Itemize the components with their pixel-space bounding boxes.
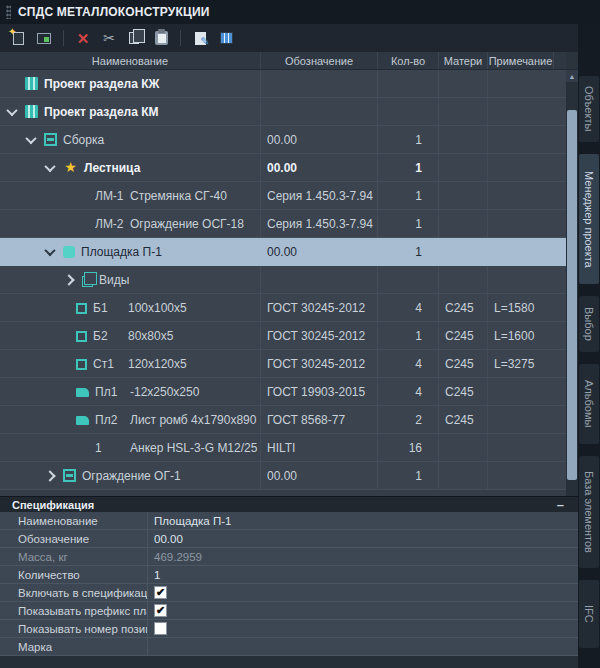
profile-icon: [76, 331, 87, 342]
property-value[interactable]: 00.00: [148, 530, 578, 547]
property-label: Наименование: [0, 512, 148, 529]
column-header-name[interactable]: Наименование: [0, 52, 260, 69]
panel-title: СПДС МЕТАЛЛОКОНСТРУКЦИИ: [18, 5, 210, 19]
position-mark: ЛМ-1: [95, 189, 130, 203]
property-label: Количество: [0, 566, 148, 583]
position-mark: 1: [95, 441, 130, 455]
spec-row-mass: Масса, кг 469.2959: [0, 548, 578, 566]
table-button[interactable]: [216, 28, 236, 48]
property-label: Показывать номер позиции: [0, 620, 148, 637]
cut-icon: ✂: [103, 31, 115, 45]
tree-row-views[interactable]: Виды: [0, 266, 566, 294]
spec-row-plate-prefix: Показывать префикс пластин: [0, 602, 578, 620]
property-value[interactable]: 1: [148, 566, 578, 583]
chevron-down-icon[interactable]: [44, 160, 55, 171]
tree-row-project-kzh[interactable]: Проект раздела КЖ: [0, 70, 566, 98]
profile-icon: [76, 303, 87, 314]
spec-panel-header[interactable]: Спецификация –: [0, 496, 578, 512]
chevron-down-icon[interactable]: [44, 244, 55, 255]
paste-button[interactable]: [151, 28, 171, 48]
tab-albums[interactable]: Альбомы: [579, 364, 599, 444]
tab-element-base[interactable]: База элементов: [579, 456, 599, 568]
property-label: Обозначение: [0, 530, 148, 547]
column-header-designation[interactable]: Обозначение: [260, 52, 377, 69]
project-icon: [25, 77, 38, 90]
delete-button[interactable]: ✕: [73, 28, 93, 48]
chevron-right-icon[interactable]: [63, 274, 74, 285]
tree-row-og1[interactable]: Ограждение ОГ-1 00.00 1: [0, 462, 566, 490]
column-header-material[interactable]: Матери: [438, 52, 487, 69]
tab-objects[interactable]: Объекты: [579, 76, 599, 142]
tree-row-platform-selected[interactable]: Площадка П-1 00.00 1: [0, 238, 566, 266]
insert-image-icon: [37, 33, 51, 44]
minimize-icon[interactable]: –: [557, 497, 564, 512]
tree-row-ladder[interactable]: ★Лестница 00.00 1: [0, 154, 566, 182]
assembly-icon: [44, 133, 57, 146]
spec-row-position-number: Показывать номер позиции: [0, 620, 578, 638]
property-value[interactable]: Площадка П-1: [148, 512, 578, 529]
spec-row-mark: Марка: [0, 638, 578, 656]
scrollbar-thumb[interactable]: [567, 110, 577, 480]
tree-row-b1[interactable]: Б1100x100x5 ГОСТ 30245-2012 4 С245 L=158…: [0, 294, 566, 322]
scrollbar-header-gap: [566, 52, 578, 69]
edit-spec-icon: [195, 32, 206, 45]
table-icon: [220, 32, 233, 44]
column-header-note[interactable]: Примечание: [487, 52, 553, 69]
tree-row-b2[interactable]: Б280x80x5 ГОСТ 30245-2012 1 С245 L=1600: [0, 322, 566, 350]
show-position-number-checkbox[interactable]: [154, 622, 167, 635]
delete-icon: ✕: [77, 31, 90, 46]
insert-image-button[interactable]: [34, 28, 54, 48]
tree-row-st1[interactable]: Ст1120x120x5 ГОСТ 30245-2012 4 С245 L=32…: [0, 350, 566, 378]
show-plate-prefix-checkbox[interactable]: [154, 604, 167, 617]
property-label: Показывать префикс пластин: [0, 602, 148, 619]
tab-project-manager[interactable]: Менеджер проекта: [579, 154, 599, 284]
spds-metal-panel: СПДС МЕТАЛЛОКОНСТРУКЦИИ ✦ ✕ ✂ Наименован…: [0, 0, 600, 668]
position-mark: Б2: [93, 329, 128, 343]
edit-spec-button[interactable]: [190, 28, 210, 48]
property-value: 469.2959: [148, 548, 578, 565]
tree-row-project-km[interactable]: Проект раздела КМ: [0, 98, 566, 126]
column-header-quantity[interactable]: Кол-во: [377, 52, 438, 69]
side-tab-strip: Объекты Менеджер проекта Выбор Альбомы Б…: [578, 24, 600, 668]
profile-icon: [76, 359, 87, 370]
new-object-button[interactable]: ✦: [8, 28, 28, 48]
tree-row-lm1[interactable]: ЛМ-1Стремянка СГ-40 Серия 1.450.3-7.94 1: [0, 182, 566, 210]
tree-row-lm2[interactable]: ЛМ-2Ограждение ОСГ-18 Серия 1.450.3-7.94…: [0, 210, 566, 238]
plate-icon: [76, 388, 89, 397]
copy-button[interactable]: [125, 28, 145, 48]
views-icon: [82, 276, 93, 287]
chevron-right-icon[interactable]: [44, 470, 55, 481]
star-icon: ★: [63, 161, 78, 174]
property-value[interactable]: [148, 638, 578, 655]
tree-row-pl2[interactable]: Пл2Лист ромб 4x1790x890 ГОСТ 8568-77 2 С…: [0, 406, 566, 434]
tab-ifc[interactable]: IFC: [579, 580, 599, 648]
include-in-spec-checkbox[interactable]: [154, 586, 167, 599]
assembly-icon: [63, 469, 76, 482]
tree-row-assembly[interactable]: Сборка 00.00 1: [0, 126, 566, 154]
chevron-down-icon[interactable]: [6, 104, 17, 115]
cut-button[interactable]: ✂: [99, 28, 119, 48]
drag-grip-icon[interactable]: [6, 5, 11, 19]
chevron-down-icon[interactable]: [25, 132, 36, 143]
property-label: Включать в спецификацию: [0, 584, 148, 601]
spec-row-name: Наименование Площадка П-1: [0, 512, 578, 530]
project-tree: Проект раздела КЖ Проект раздела КМ Сбор…: [0, 70, 566, 496]
position-mark: Пл2: [95, 413, 130, 427]
tab-selection[interactable]: Выбор: [579, 296, 599, 352]
scroll-up-icon[interactable]: ▲: [566, 70, 578, 82]
column-header-blank: [553, 52, 566, 69]
tree-row-anchor[interactable]: 1Анкер HSL-3-G M12/25 HILTI 16: [0, 434, 566, 462]
tree-row-pl1[interactable]: Пл1-12x250x250 ГОСТ 19903-2015 4 С245: [0, 378, 566, 406]
column-headers: Наименование Обозначение Кол-во Матери П…: [0, 52, 578, 70]
spec-property-grid: Наименование Площадка П-1 Обозначение 00…: [0, 512, 578, 656]
spec-panel-title: Спецификация: [12, 499, 94, 511]
toolbar-separator: [180, 30, 181, 46]
property-label: Масса, кг: [0, 548, 148, 565]
platform-icon: [63, 246, 75, 258]
position-mark: Ст1: [93, 357, 128, 371]
panel-titlebar[interactable]: СПДС МЕТАЛЛОКОНСТРУКЦИИ: [0, 0, 600, 24]
vertical-scrollbar[interactable]: ▲: [566, 70, 578, 496]
project-icon: [25, 105, 38, 118]
spec-row-include: Включать в спецификацию: [0, 584, 578, 602]
spec-row-designation: Обозначение 00.00: [0, 530, 578, 548]
